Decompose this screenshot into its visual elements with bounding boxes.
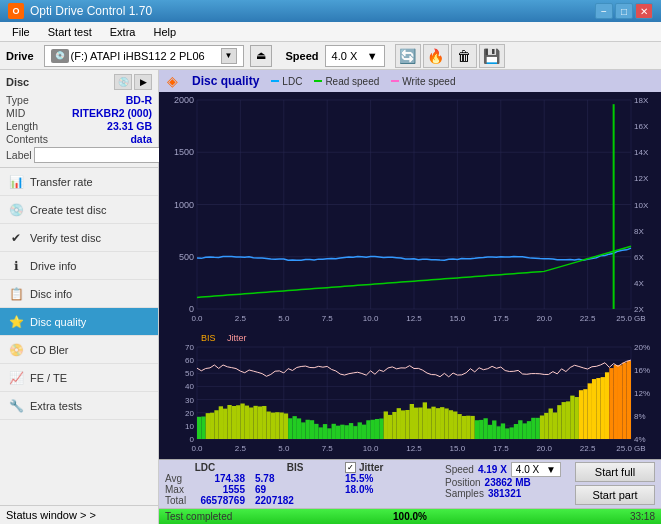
drive-selector[interactable]: 💿 (F:) ATAPI iHBS112 2 PL06 ▼ (44, 45, 244, 67)
drive-label: Drive (6, 50, 34, 62)
chart-header-icon: ◈ (167, 73, 178, 89)
refresh-button[interactable]: 🔄 (395, 44, 421, 68)
maximize-button[interactable]: □ (615, 3, 633, 19)
speed-stats-col: Speed 4.19 X 4.0 X ▼ Position 23862 MB S… (445, 462, 575, 499)
charts-container (159, 92, 661, 459)
ldc-legend-dot (271, 80, 279, 82)
sidebar-item-verify-test-disc[interactable]: ✔ Verify test disc (0, 224, 158, 252)
sidebar-item-extra-tests[interactable]: 🔧 Extra tests (0, 392, 158, 420)
eject-button[interactable]: ⏏ (250, 45, 272, 67)
sidebar-label-transfer-rate: Transfer rate (30, 176, 93, 188)
disc-contents-row: Contents data (6, 133, 152, 145)
bis-max-row: 69 (255, 484, 335, 495)
action-buttons-col: Start full Start part (575, 462, 655, 505)
max-label: Max (165, 484, 184, 495)
burn-button[interactable]: 🔥 (423, 44, 449, 68)
speed-label: Speed (286, 50, 319, 62)
top-chart (159, 92, 661, 329)
legend-ldc: LDC (271, 76, 302, 87)
jitter-checkbox[interactable]: ✓ (345, 462, 356, 473)
sidebar-label-drive-info: Drive info (30, 260, 76, 272)
menu-start-test[interactable]: Start test (40, 24, 100, 40)
position-value: 23862 MB (485, 477, 531, 488)
minimize-button[interactable]: − (595, 3, 613, 19)
ldc-avg-row: Avg 174.38 (165, 473, 245, 484)
bottom-chart (159, 329, 661, 459)
sidebar-item-cd-bler[interactable]: 📀 CD Bler (0, 336, 158, 364)
drive-bar: Drive 💿 (F:) ATAPI iHBS112 2 PL06 ▼ ⏏ Sp… (0, 42, 661, 70)
start-full-button[interactable]: Start full (575, 462, 655, 482)
jitter-max-value: 18.0% (345, 484, 373, 495)
mid-label: MID (6, 107, 25, 119)
extra-tests-icon: 🔧 (8, 398, 24, 414)
menu-file[interactable]: File (4, 24, 38, 40)
write-legend-dot (391, 80, 399, 82)
disc-icon-btn-1[interactable]: 💿 (114, 74, 132, 90)
speed-stat-label: Speed (445, 464, 474, 475)
contents-value: data (130, 133, 152, 145)
ldc-max-value: 1555 (223, 484, 245, 495)
stats-bar: LDC Avg 174.38 Max 1555 Total 66578769 B… (159, 459, 661, 508)
progress-percent: 100.0% (393, 511, 427, 522)
disc-label-row: Label ✎ (6, 147, 152, 163)
sidebar-item-transfer-rate[interactable]: 📊 Transfer rate (0, 168, 158, 196)
ldc-stats-col: LDC Avg 174.38 Max 1555 Total 66578769 (165, 462, 255, 506)
length-value: 23.31 GB (107, 120, 152, 132)
jitter-avg-row: 15.5% (345, 473, 437, 484)
menu-bar: File Start test Extra Help (0, 22, 661, 42)
top-chart-canvas (159, 92, 661, 329)
disc-label-text: Label (6, 149, 32, 161)
bis-max-value: 69 (255, 484, 266, 495)
sidebar-label-disc-quality: Disc quality (30, 316, 86, 328)
bis-avg-row: 5.78 (255, 473, 335, 484)
close-button[interactable]: ✕ (635, 3, 653, 19)
ldc-legend-label: LDC (282, 76, 302, 87)
status-window-button[interactable]: Status window > > (0, 505, 158, 524)
ldc-total-value: 66578769 (201, 495, 246, 506)
speed-stat-dropdown[interactable]: 4.0 X ▼ (511, 462, 561, 477)
sidebar-label-disc-info: Disc info (30, 288, 72, 300)
type-label: Type (6, 94, 29, 106)
sidebar-item-fe-te[interactable]: 📈 FE / TE (0, 364, 158, 392)
bottom-chart-canvas (159, 329, 661, 459)
disc-label-input[interactable] (34, 147, 167, 163)
sidebar-label-verify-test-disc: Verify test disc (30, 232, 101, 244)
progress-bar-container: 100.0% Test completed 33:18 (159, 508, 661, 524)
verify-test-disc-icon: ✔ (8, 230, 24, 246)
jitter-header-row: ✓ Jitter (345, 462, 437, 473)
contents-label: Contents (6, 133, 48, 145)
jitter-stats-header: Jitter (359, 462, 383, 473)
drive-dropdown-button[interactable]: ▼ (221, 48, 237, 64)
window-controls: − □ ✕ (595, 3, 653, 19)
bis-total-value: 2207182 (255, 495, 294, 506)
disc-info-icon: 📋 (8, 286, 24, 302)
cd-bler-icon: 📀 (8, 342, 24, 358)
sidebar-item-create-test-disc[interactable]: 💿 Create test disc (0, 196, 158, 224)
avg-label: Avg (165, 473, 182, 484)
sidebar-item-disc-info[interactable]: 📋 Disc info (0, 280, 158, 308)
speed-value: 4.0 X (332, 50, 358, 62)
start-part-button[interactable]: Start part (575, 485, 655, 505)
menu-help[interactable]: Help (145, 24, 184, 40)
drive-text: (F:) ATAPI iHBS112 2 PL06 (71, 50, 219, 62)
read-legend-dot (314, 80, 322, 82)
menu-extra[interactable]: Extra (102, 24, 144, 40)
sidebar-item-disc-quality[interactable]: ⭐ Disc quality (0, 308, 158, 336)
status-window-label: Status window > > (6, 509, 96, 521)
write-legend-label: Write speed (402, 76, 455, 87)
samples-label: Samples (445, 488, 484, 499)
sidebar-label-cd-bler: CD Bler (30, 344, 69, 356)
disc-icons: 💿 ▶ (114, 74, 152, 90)
disc-icon-btn-2[interactable]: ▶ (134, 74, 152, 90)
disc-mid-row: MID RITEKBR2 (000) (6, 107, 152, 119)
drive-icon: 💿 (51, 49, 69, 63)
chart-title: Disc quality (192, 74, 259, 88)
erase-button[interactable]: 🗑 (451, 44, 477, 68)
samples-row: Samples 381321 (445, 488, 571, 499)
main-area: Disc 💿 ▶ Type BD-R MID RITEKBR2 (000) Le… (0, 70, 661, 524)
sidebar-item-drive-info[interactable]: ℹ Drive info (0, 252, 158, 280)
type-value: BD-R (126, 94, 152, 106)
disc-quality-icon: ⭐ (8, 314, 24, 330)
speed-selector[interactable]: 4.0 X ▼ (325, 45, 385, 67)
save-button[interactable]: 💾 (479, 44, 505, 68)
